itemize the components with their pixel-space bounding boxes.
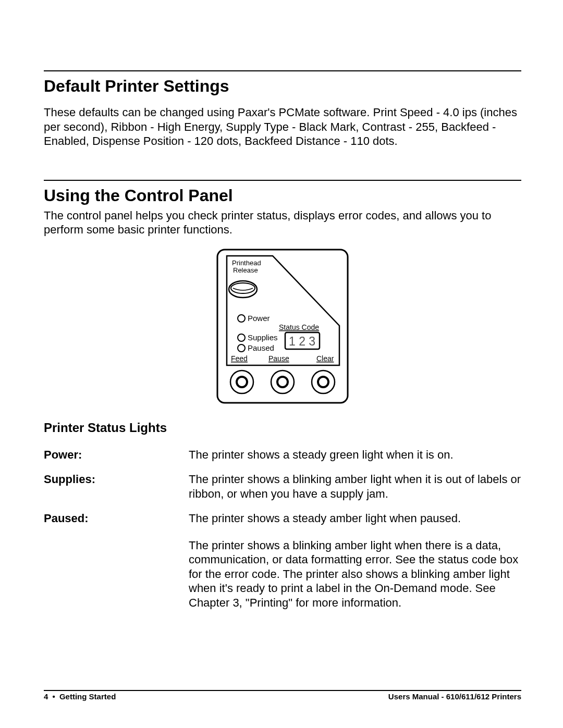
label-clear: Clear <box>316 354 334 363</box>
def-supplies: The printer shows a blinking amber light… <box>189 472 521 501</box>
status-row-supplies: Supplies: The printer shows a blinking a… <box>44 472 521 501</box>
page-footer: 4 • Getting Started Users Manual - 610/6… <box>44 690 521 701</box>
label-paused: Paused <box>248 343 274 352</box>
status-code-display: 1 2 3 <box>289 335 315 348</box>
status-row-paused: Paused: The printer shows a steady amber… <box>44 511 521 526</box>
svg-point-5 <box>238 344 245 352</box>
term-supplies: Supplies: <box>44 472 189 501</box>
control-panel-svg: Printhead Release Power Status Code Supp… <box>215 248 350 405</box>
footer-chapter: Getting Started <box>59 692 116 701</box>
label-status-code: Status Code <box>279 323 319 331</box>
default-settings-paragraph: These defaults can be changed using Paxa… <box>44 105 521 149</box>
status-lights-list: Power: The printer shows a steady green … <box>44 448 521 610</box>
footer-rule <box>44 690 521 691</box>
svg-point-10 <box>277 377 288 387</box>
footer-left: 4 • Getting Started <box>44 692 116 701</box>
document-page: Default Printer Settings These defaults … <box>0 0 563 728</box>
heading-printer-status-lights: Printer Status Lights <box>44 421 521 435</box>
heading-using-control-panel: Using the Control Panel <box>44 186 521 205</box>
footer-page-number: 4 <box>44 692 48 701</box>
svg-point-2 <box>231 283 255 293</box>
bullet-icon: • <box>53 692 55 701</box>
svg-point-3 <box>238 315 245 322</box>
pause-button-icon <box>271 371 294 393</box>
label-printhead: Printhead <box>232 259 261 267</box>
clear-button-icon <box>312 371 335 393</box>
section-rule <box>44 180 521 181</box>
control-panel-intro: The control panel helps you check printe… <box>44 208 521 237</box>
label-pause: Pause <box>268 354 289 363</box>
status-row-power: Power: The printer shows a steady green … <box>44 448 521 462</box>
footer-manual-title: Users Manual - 610/611/612 Printers <box>388 692 521 701</box>
label-supplies: Supplies <box>248 333 278 342</box>
term-power: Power: <box>44 448 189 462</box>
control-panel-figure: Printhead Release Power Status Code Supp… <box>44 248 521 405</box>
svg-point-4 <box>238 334 245 341</box>
label-feed: Feed <box>231 354 248 363</box>
svg-point-12 <box>318 377 328 387</box>
label-release: Release <box>233 266 258 274</box>
term-paused: Paused: <box>44 511 189 526</box>
def-power: The printer shows a steady green light w… <box>189 448 521 462</box>
heading-default-printer-settings: Default Printer Settings <box>44 77 521 96</box>
label-power: Power <box>248 314 270 323</box>
section-rule <box>44 70 521 71</box>
def-paused: The printer shows a steady amber light w… <box>189 511 521 526</box>
def-paused-extra: The printer shows a blinking amber light… <box>189 538 521 610</box>
feed-button-icon <box>230 371 253 393</box>
svg-point-8 <box>237 377 247 387</box>
